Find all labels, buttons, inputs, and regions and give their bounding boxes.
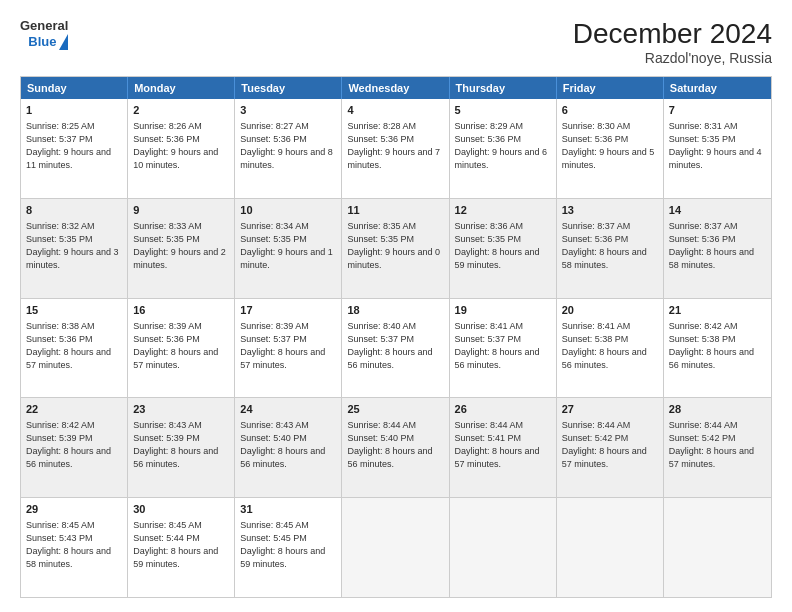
logo: General Blue: [20, 18, 68, 51]
daylight-label: Daylight: 8 hours and 58 minutes.: [26, 546, 111, 569]
daylight-label: Daylight: 8 hours and 59 minutes.: [455, 247, 540, 270]
day-cell-23: 23 Sunrise: 8:43 AM Sunset: 5:39 PM Dayl…: [128, 398, 235, 497]
sunset-label: Sunset: 5:35 PM: [347, 234, 414, 244]
day-number: 7: [669, 103, 766, 119]
day-number: 31: [240, 502, 336, 518]
day-cell-4: 4 Sunrise: 8:28 AM Sunset: 5:36 PM Dayli…: [342, 99, 449, 198]
day-number: 3: [240, 103, 336, 119]
daylight-label: Daylight: 8 hours and 57 minutes.: [240, 347, 325, 370]
day-cell-1: 1 Sunrise: 8:25 AM Sunset: 5:37 PM Dayli…: [21, 99, 128, 198]
sunrise-label: Sunrise: 8:32 AM: [26, 221, 95, 231]
day-cell-29: 29 Sunrise: 8:45 AM Sunset: 5:43 PM Dayl…: [21, 498, 128, 597]
day-cell-13: 13 Sunrise: 8:37 AM Sunset: 5:36 PM Dayl…: [557, 199, 664, 298]
day-cell-11: 11 Sunrise: 8:35 AM Sunset: 5:35 PM Dayl…: [342, 199, 449, 298]
daylight-label: Daylight: 8 hours and 57 minutes.: [455, 446, 540, 469]
sunrise-label: Sunrise: 8:28 AM: [347, 121, 416, 131]
day-cell-22: 22 Sunrise: 8:42 AM Sunset: 5:39 PM Dayl…: [21, 398, 128, 497]
day-number: 5: [455, 103, 551, 119]
day-number: 4: [347, 103, 443, 119]
sunset-label: Sunset: 5:44 PM: [133, 533, 200, 543]
sunset-label: Sunset: 5:40 PM: [347, 433, 414, 443]
day-cell-19: 19 Sunrise: 8:41 AM Sunset: 5:37 PM Dayl…: [450, 299, 557, 398]
day-header-sunday: Sunday: [21, 77, 128, 99]
day-number: 27: [562, 402, 658, 418]
day-number: 8: [26, 203, 122, 219]
sunset-label: Sunset: 5:36 PM: [669, 234, 736, 244]
sunset-label: Sunset: 5:36 PM: [347, 134, 414, 144]
sunrise-label: Sunrise: 8:43 AM: [133, 420, 202, 430]
daylight-label: Daylight: 9 hours and 0 minutes.: [347, 247, 440, 270]
daylight-label: Daylight: 8 hours and 56 minutes.: [669, 347, 754, 370]
day-number: 20: [562, 303, 658, 319]
daylight-label: Daylight: 8 hours and 56 minutes.: [347, 446, 432, 469]
daylight-label: Daylight: 9 hours and 6 minutes.: [455, 147, 548, 170]
empty-cell: [342, 498, 449, 597]
day-number: 29: [26, 502, 122, 518]
day-header-wednesday: Wednesday: [342, 77, 449, 99]
day-number: 1: [26, 103, 122, 119]
sunset-label: Sunset: 5:35 PM: [26, 234, 93, 244]
day-cell-8: 8 Sunrise: 8:32 AM Sunset: 5:35 PM Dayli…: [21, 199, 128, 298]
sunset-label: Sunset: 5:36 PM: [133, 334, 200, 344]
logo-blue: Blue: [28, 34, 56, 50]
day-number: 16: [133, 303, 229, 319]
day-cell-14: 14 Sunrise: 8:37 AM Sunset: 5:36 PM Dayl…: [664, 199, 771, 298]
day-cell-12: 12 Sunrise: 8:36 AM Sunset: 5:35 PM Dayl…: [450, 199, 557, 298]
daylight-label: Daylight: 8 hours and 56 minutes.: [562, 347, 647, 370]
daylight-label: Daylight: 8 hours and 57 minutes.: [562, 446, 647, 469]
sunset-label: Sunset: 5:45 PM: [240, 533, 307, 543]
day-header-saturday: Saturday: [664, 77, 771, 99]
daylight-label: Daylight: 9 hours and 10 minutes.: [133, 147, 218, 170]
sunrise-label: Sunrise: 8:33 AM: [133, 221, 202, 231]
sunrise-label: Sunrise: 8:36 AM: [455, 221, 524, 231]
sunrise-label: Sunrise: 8:29 AM: [455, 121, 524, 131]
sunset-label: Sunset: 5:36 PM: [133, 134, 200, 144]
sunrise-label: Sunrise: 8:45 AM: [133, 520, 202, 530]
daylight-label: Daylight: 9 hours and 2 minutes.: [133, 247, 226, 270]
sunrise-label: Sunrise: 8:37 AM: [562, 221, 631, 231]
daylight-label: Daylight: 8 hours and 57 minutes.: [26, 347, 111, 370]
day-number: 9: [133, 203, 229, 219]
day-number: 18: [347, 303, 443, 319]
daylight-label: Daylight: 9 hours and 3 minutes.: [26, 247, 119, 270]
sunset-label: Sunset: 5:36 PM: [26, 334, 93, 344]
calendar: SundayMondayTuesdayWednesdayThursdayFrid…: [20, 76, 772, 598]
daylight-label: Daylight: 8 hours and 56 minutes.: [240, 446, 325, 469]
calendar-header: SundayMondayTuesdayWednesdayThursdayFrid…: [21, 77, 771, 99]
sunrise-label: Sunrise: 8:39 AM: [240, 321, 309, 331]
day-cell-28: 28 Sunrise: 8:44 AM Sunset: 5:42 PM Dayl…: [664, 398, 771, 497]
day-cell-9: 9 Sunrise: 8:33 AM Sunset: 5:35 PM Dayli…: [128, 199, 235, 298]
day-number: 17: [240, 303, 336, 319]
sunset-label: Sunset: 5:39 PM: [26, 433, 93, 443]
header: General Blue December 2024 Razdol'noye, …: [20, 18, 772, 66]
sunset-label: Sunset: 5:36 PM: [455, 134, 522, 144]
day-number: 14: [669, 203, 766, 219]
sunset-label: Sunset: 5:38 PM: [562, 334, 629, 344]
sunrise-label: Sunrise: 8:44 AM: [455, 420, 524, 430]
day-number: 23: [133, 402, 229, 418]
empty-cell: [450, 498, 557, 597]
daylight-label: Daylight: 8 hours and 58 minutes.: [669, 247, 754, 270]
sunset-label: Sunset: 5:35 PM: [240, 234, 307, 244]
week-row-4: 22 Sunrise: 8:42 AM Sunset: 5:39 PM Dayl…: [21, 397, 771, 497]
sunset-label: Sunset: 5:39 PM: [133, 433, 200, 443]
day-cell-6: 6 Sunrise: 8:30 AM Sunset: 5:36 PM Dayli…: [557, 99, 664, 198]
sunrise-label: Sunrise: 8:26 AM: [133, 121, 202, 131]
week-row-3: 15 Sunrise: 8:38 AM Sunset: 5:36 PM Dayl…: [21, 298, 771, 398]
daylight-label: Daylight: 8 hours and 57 minutes.: [133, 347, 218, 370]
day-number: 11: [347, 203, 443, 219]
daylight-label: Daylight: 8 hours and 56 minutes.: [133, 446, 218, 469]
day-cell-17: 17 Sunrise: 8:39 AM Sunset: 5:37 PM Dayl…: [235, 299, 342, 398]
sunset-label: Sunset: 5:37 PM: [347, 334, 414, 344]
sunrise-label: Sunrise: 8:44 AM: [562, 420, 631, 430]
sunset-label: Sunset: 5:35 PM: [455, 234, 522, 244]
sunrise-label: Sunrise: 8:27 AM: [240, 121, 309, 131]
day-number: 30: [133, 502, 229, 518]
sunrise-label: Sunrise: 8:45 AM: [240, 520, 309, 530]
daylight-label: Daylight: 9 hours and 8 minutes.: [240, 147, 333, 170]
day-cell-25: 25 Sunrise: 8:44 AM Sunset: 5:40 PM Dayl…: [342, 398, 449, 497]
page-subtitle: Razdol'noye, Russia: [573, 50, 772, 66]
day-number: 2: [133, 103, 229, 119]
sunset-label: Sunset: 5:37 PM: [240, 334, 307, 344]
daylight-label: Daylight: 8 hours and 56 minutes.: [26, 446, 111, 469]
